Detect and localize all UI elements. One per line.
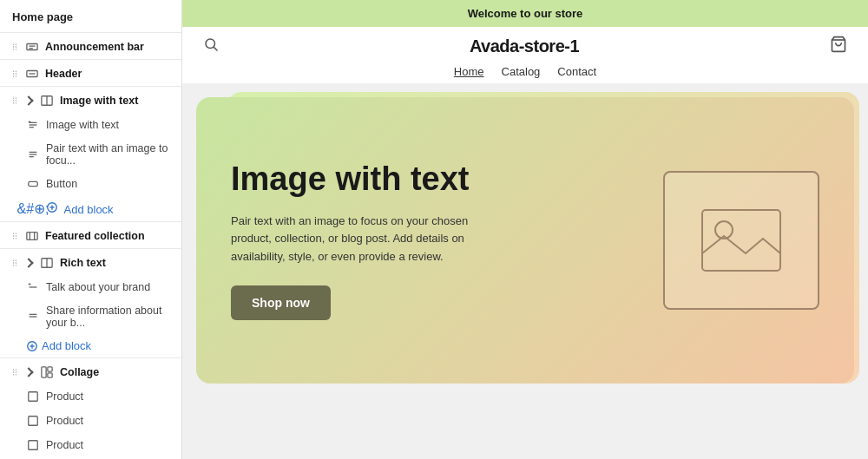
svg-point-18 — [16, 97, 16, 98]
drag-icon — [10, 368, 19, 377]
collapse-icon — [23, 258, 33, 267]
svg-point-61 — [16, 371, 16, 372]
sidebar-item-collage[interactable]: Collage — [0, 358, 181, 384]
svg-rect-6 — [27, 44, 37, 50]
svg-point-20 — [16, 100, 16, 101]
store-nav: Home Catalog Contact — [182, 65, 868, 83]
svg-rect-66 — [48, 373, 52, 377]
svg-point-58 — [13, 369, 14, 370]
svg-point-13 — [13, 75, 14, 76]
announcement-bar-label: Announcement bar — [45, 41, 144, 53]
collage-label: Collage — [60, 366, 99, 378]
svg-rect-31 — [29, 181, 38, 186]
svg-point-46 — [13, 262, 14, 263]
rich-text-icon — [40, 256, 54, 270]
add-block-label: Add block — [26, 339, 91, 352]
svg-point-40 — [16, 238, 16, 239]
crop-icon — [26, 414, 40, 428]
svg-rect-68 — [29, 416, 38, 426]
sidebar-sub-product-2[interactable]: Product — [0, 409, 181, 433]
svg-point-62 — [13, 374, 14, 375]
sidebar: Home page Announcement bar Header — [0, 0, 182, 459]
svg-point-59 — [16, 369, 16, 370]
svg-point-37 — [13, 235, 14, 236]
drag-icon — [10, 69, 19, 78]
image-with-text-label: Image with text — [60, 95, 138, 107]
sidebar-item-image-with-text[interactable]: Image with text — [0, 87, 181, 113]
rich-text-label: Rich text — [60, 257, 106, 269]
svg-point-1 — [16, 43, 16, 44]
paragraph-icon — [26, 310, 40, 324]
featured-collection-label: Featured collection — [45, 230, 145, 242]
sidebar-sub-talk-brand[interactable]: Talk about your brand — [0, 275, 181, 299]
add-block-rich-text[interactable]: Add block — [0, 334, 181, 357]
nav-contact[interactable]: Contact — [557, 65, 596, 78]
featured-collection-icon — [25, 229, 39, 243]
hero-card: Image with text Pair text with an image … — [196, 97, 854, 384]
nav-home[interactable]: Home — [454, 65, 484, 78]
drag-icon — [10, 43, 19, 51]
svg-point-60 — [13, 371, 14, 372]
add-block-image-with-text[interactable]: &#⊕; Add block — [0, 196, 181, 221]
svg-point-39 — [13, 238, 14, 239]
sidebar-sub-button[interactable]: Button — [0, 172, 181, 196]
svg-point-17 — [13, 97, 14, 98]
header-icon — [25, 67, 39, 81]
svg-point-11 — [13, 73, 14, 74]
store-preview: Welcome to our store Avada-store-1 Home … — [182, 0, 868, 459]
store-logo: Avada-store-1 — [219, 36, 830, 56]
paragraph-icon — [26, 148, 40, 161]
svg-point-10 — [16, 70, 16, 71]
sidebar-item-rich-text[interactable]: Rich text — [0, 249, 181, 275]
svg-rect-64 — [42, 367, 46, 377]
svg-point-9 — [13, 70, 14, 71]
sidebar-sub-pair-text[interactable]: Pair text with an image to focu... — [0, 137, 181, 172]
sub-label: Product — [46, 439, 83, 451]
sub-label: Talk about your brand — [46, 281, 150, 293]
store-preview-area: Welcome to our store Avada-store-1 Home … — [182, 0, 868, 459]
svg-point-38 — [16, 235, 16, 236]
nav-catalog[interactable]: Catalog — [502, 65, 541, 78]
svg-rect-65 — [48, 367, 52, 371]
svg-point-49 — [16, 265, 16, 266]
sidebar-title: Home page — [0, 0, 181, 32]
add-circle-icon: &#⊕; — [26, 202, 40, 216]
drag-icon — [10, 96, 19, 105]
sub-label: Share information about your b... — [46, 305, 171, 329]
image-with-text-icon — [40, 94, 54, 108]
svg-point-14 — [16, 75, 16, 76]
sidebar-item-header[interactable]: Header — [0, 60, 181, 86]
svg-point-82 — [206, 39, 215, 49]
hero-title: Image with text — [231, 161, 491, 199]
svg-rect-69 — [29, 441, 38, 450]
hero-text-block: Image with text Pair text with an image … — [231, 161, 491, 320]
svg-point-44 — [13, 259, 14, 260]
sidebar-item-featured-collection[interactable]: Featured collection — [0, 222, 181, 248]
crop-icon — [26, 438, 40, 452]
sub-label: Image with text — [46, 119, 119, 131]
svg-point-5 — [16, 49, 16, 49]
hero-wrapper: Image with text Pair text with an image … — [196, 97, 854, 384]
sub-label: Product — [46, 390, 83, 403]
svg-point-3 — [16, 46, 16, 47]
svg-rect-85 — [702, 210, 780, 271]
sidebar-item-announcement-bar[interactable]: Announcement bar — [0, 33, 181, 59]
hero-subtitle: Pair text with an image to focus on your… — [231, 213, 491, 266]
add-block-label: Add block — [46, 201, 114, 216]
sidebar-sub-product-3[interactable]: Product — [0, 433, 181, 457]
shop-now-button[interactable]: Shop now — [231, 285, 331, 320]
cart-icon[interactable] — [830, 36, 847, 56]
svg-rect-67 — [29, 392, 38, 402]
svg-point-36 — [16, 233, 16, 233]
announcement-text: Welcome to our store — [468, 7, 583, 20]
search-icon[interactable] — [203, 36, 219, 56]
svg-point-0 — [13, 43, 14, 44]
sidebar-sub-share-info[interactable]: Share information about your b... — [0, 299, 181, 334]
collage-icon — [40, 365, 54, 379]
sidebar-sub-product-1[interactable]: Product — [0, 384, 181, 409]
text-icon — [26, 280, 40, 294]
svg-point-63 — [16, 374, 16, 375]
announcement-bar-preview: Welcome to our store — [182, 0, 868, 27]
sidebar-sub-image-with-text-text[interactable]: Image with text — [0, 113, 181, 137]
svg-point-45 — [16, 259, 16, 260]
